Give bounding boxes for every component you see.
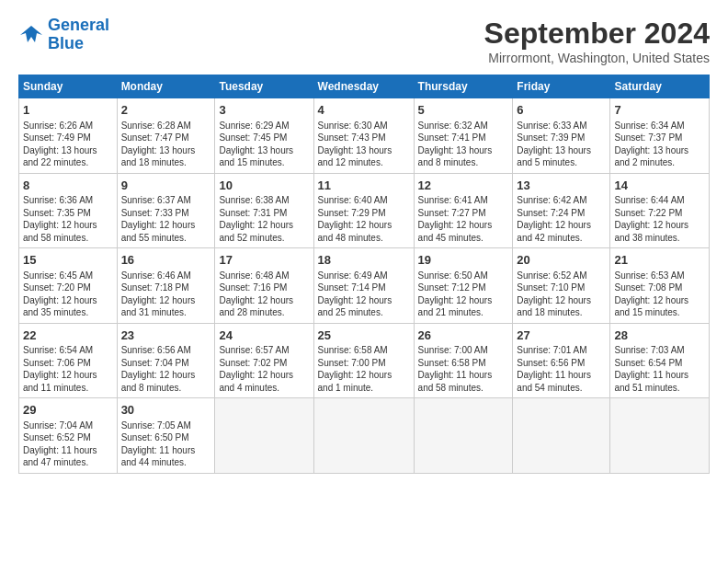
day-info-line: Daylight: 12 hours: [219, 219, 309, 232]
day-number: 7: [614, 102, 705, 119]
day-info-line: Sunrise: 6:33 AM: [517, 120, 606, 132]
calendar-cell: 26Sunrise: 7:00 AMSunset: 6:58 PMDayligh…: [414, 323, 513, 398]
calendar-cell: 25Sunrise: 6:58 AMSunset: 7:00 PMDayligh…: [313, 323, 414, 398]
day-number: 17: [219, 252, 309, 269]
day-number: 13: [517, 178, 606, 194]
day-number: 19: [418, 252, 509, 269]
day-info-line: Sunset: 7:14 PM: [318, 282, 410, 294]
day-number: 30: [121, 402, 211, 419]
day-info-line: Sunset: 7:06 PM: [23, 357, 113, 370]
day-info-line: and 51 minutes.: [614, 382, 705, 395]
day-info-line: Sunrise: 6:57 AM: [219, 344, 309, 357]
calendar-cell: 27Sunrise: 7:01 AMSunset: 6:56 PMDayligh…: [513, 323, 610, 398]
day-info-line: Daylight: 13 hours: [121, 144, 211, 157]
calendar-header-friday: Friday: [513, 75, 610, 98]
calendar-cell: 29Sunrise: 7:04 AMSunset: 6:52 PMDayligh…: [19, 398, 118, 474]
day-number: 22: [23, 327, 113, 344]
day-info-line: Sunset: 6:50 PM: [121, 431, 211, 444]
day-number: 27: [517, 327, 606, 344]
day-info-line: Sunrise: 6:40 AM: [318, 194, 410, 207]
day-info-line: and 18 minutes.: [517, 306, 606, 319]
day-info-line: Sunrise: 6:37 AM: [121, 194, 211, 207]
logo-text: General Blue: [48, 17, 109, 53]
day-info-line: Sunrise: 6:41 AM: [418, 194, 509, 207]
day-info-line: Daylight: 12 hours: [23, 219, 113, 232]
day-info-line: Daylight: 12 hours: [614, 294, 705, 307]
day-info-line: Daylight: 11 hours: [23, 444, 113, 457]
day-info-line: and 52 minutes.: [219, 232, 309, 245]
day-info-line: and 55 minutes.: [121, 232, 211, 245]
day-number: 26: [418, 327, 509, 344]
day-number: 2: [121, 102, 211, 119]
calendar-cell: 23Sunrise: 6:56 AMSunset: 7:04 PMDayligh…: [117, 323, 215, 398]
day-info-line: and 15 minutes.: [219, 156, 309, 169]
day-info-line: Daylight: 12 hours: [121, 369, 211, 382]
day-info-line: and 31 minutes.: [121, 306, 211, 319]
day-info-line: Daylight: 12 hours: [418, 294, 509, 307]
day-info-line: Sunset: 7:02 PM: [219, 357, 309, 370]
day-info-line: Sunrise: 6:42 AM: [517, 194, 606, 207]
day-info-line: and 38 minutes.: [614, 232, 705, 245]
day-info-line: Daylight: 11 hours: [121, 444, 211, 457]
day-info-line: Sunset: 7:33 PM: [121, 207, 211, 220]
calendar-header-tuesday: Tuesday: [215, 75, 313, 98]
day-info-line: Daylight: 13 hours: [517, 144, 606, 157]
title-block: September 2024 Mirrormont, Washington, U…: [484, 17, 710, 65]
day-number: 28: [614, 327, 705, 344]
day-info-line: Sunrise: 6:38 AM: [219, 194, 309, 207]
day-info-line: and 4 minutes.: [219, 382, 309, 395]
day-info-line: Sunrise: 6:48 AM: [219, 270, 309, 282]
calendar-header-saturday: Saturday: [610, 75, 710, 98]
day-info-line: Sunrise: 6:28 AM: [121, 120, 211, 132]
day-info-line: and 15 minutes.: [614, 306, 705, 319]
day-number: 21: [614, 252, 705, 269]
day-info-line: Daylight: 12 hours: [517, 294, 606, 307]
day-info-line: and 11 minutes.: [23, 382, 113, 395]
calendar-cell: 5Sunrise: 6:32 AMSunset: 7:41 PMDaylight…: [414, 98, 513, 174]
day-info-line: Sunset: 6:58 PM: [418, 357, 509, 370]
calendar-cell: 14Sunrise: 6:44 AMSunset: 7:22 PMDayligh…: [610, 173, 710, 248]
day-info-line: Sunset: 7:08 PM: [614, 282, 705, 294]
day-number: 14: [614, 178, 705, 194]
day-info-line: Sunset: 7:31 PM: [219, 207, 309, 220]
day-info-line: Sunrise: 6:36 AM: [23, 194, 113, 207]
day-info-line: Sunset: 7:43 PM: [318, 132, 410, 144]
day-info-line: Sunset: 7:18 PM: [121, 282, 211, 294]
calendar-cell: 12Sunrise: 6:41 AMSunset: 7:27 PMDayligh…: [414, 173, 513, 248]
calendar-cell: 8Sunrise: 6:36 AMSunset: 7:35 PMDaylight…: [19, 173, 118, 248]
page: General Blue September 2024 Mirrormont, …: [0, 0, 728, 483]
calendar-cell: 15Sunrise: 6:45 AMSunset: 7:20 PMDayligh…: [19, 248, 118, 324]
day-info-line: Sunset: 7:27 PM: [418, 207, 509, 220]
day-info-line: Sunset: 7:00 PM: [318, 357, 410, 370]
day-info-line: Daylight: 12 hours: [318, 369, 410, 382]
calendar-cell: 18Sunrise: 6:49 AMSunset: 7:14 PMDayligh…: [313, 248, 414, 324]
day-info-line: Daylight: 12 hours: [121, 294, 211, 307]
calendar-cell: 2Sunrise: 6:28 AMSunset: 7:47 PMDaylight…: [117, 98, 215, 174]
day-info-line: Daylight: 12 hours: [219, 294, 309, 307]
day-info-line: Sunrise: 6:53 AM: [614, 270, 705, 282]
day-number: 1: [23, 102, 113, 119]
calendar-cell: 19Sunrise: 6:50 AMSunset: 7:12 PMDayligh…: [414, 248, 513, 324]
calendar-week-4: 22Sunrise: 6:54 AMSunset: 7:06 PMDayligh…: [19, 323, 710, 398]
day-info-line: Daylight: 13 hours: [23, 144, 113, 157]
day-info-line: Sunrise: 6:46 AM: [121, 270, 211, 282]
calendar-header-row: SundayMondayTuesdayWednesdayThursdayFrid…: [19, 75, 710, 98]
day-info-line: and 42 minutes.: [517, 232, 606, 245]
day-info-line: Sunrise: 6:54 AM: [23, 344, 113, 357]
day-info-line: and 22 minutes.: [23, 156, 113, 169]
logo: General Blue: [18, 17, 109, 53]
calendar-cell: [414, 398, 513, 474]
day-info-line: Sunset: 6:56 PM: [517, 357, 606, 370]
day-number: 24: [219, 327, 309, 344]
day-info-line: and 8 minutes.: [418, 156, 509, 169]
day-info-line: and 35 minutes.: [23, 306, 113, 319]
logo-line2: Blue: [48, 34, 84, 52]
day-number: 15: [23, 252, 113, 269]
day-info-line: Daylight: 13 hours: [614, 144, 705, 157]
day-number: 3: [219, 102, 309, 119]
day-info-line: and 5 minutes.: [517, 156, 606, 169]
day-info-line: and 8 minutes.: [121, 382, 211, 395]
day-info-line: and 48 minutes.: [318, 232, 410, 245]
day-info-line: Daylight: 12 hours: [318, 219, 410, 232]
day-info-line: and 1 minute.: [318, 382, 410, 395]
